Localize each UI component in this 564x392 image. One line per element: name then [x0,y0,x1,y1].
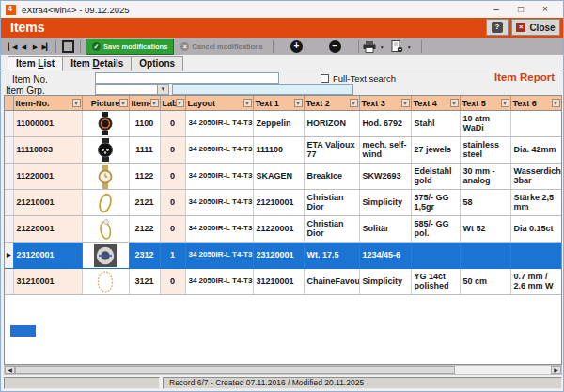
table-row[interactable]: 110000011100034 2050IR-L T4-T3ZeppelinHO… [5,111,561,137]
cell-item_no[interactable]: 11110003 [13,137,82,164]
cell-text5[interactable]: 10 atm WaDi [460,111,510,137]
filter-icon[interactable]: ▼ [294,99,303,107]
next-record-button[interactable]: ▶ [29,39,40,54]
cell-text6[interactable]: Wasserdicht 3bar [510,164,561,190]
cell-layout[interactable]: 34 2050IR-L T4-T3 [185,243,253,269]
item-grp-select[interactable]: ▼ [95,84,169,95]
filter-icon[interactable]: ▼ [119,99,128,107]
cell-text6[interactable]: Dia. 42mm [510,137,561,164]
cell-item_c[interactable]: 1122 [129,164,160,190]
cell-text2[interactable]: Christian Dior [304,190,359,216]
row-marker[interactable] [5,164,13,190]
cell-text5[interactable]: stainless steel [460,137,510,164]
table-row[interactable]: 212100012121034 2050IR-L T4-T321210001Ch… [5,190,561,216]
cell-text3[interactable]: Solitär [359,216,411,243]
cell-text3[interactable]: Hod. 6792 [359,111,411,137]
filter-icon[interactable]: ▼ [450,99,459,107]
item-picture[interactable] [82,164,129,190]
column-header-text3[interactable]: Text 3▼ [359,96,411,111]
cell-label[interactable]: 1 [160,243,185,269]
column-header-text2[interactable]: Text 2▼ [304,96,359,111]
table-row-selected[interactable]: ▶231200012312134 2050IR-L T4-T323120001W… [5,243,561,269]
row-marker[interactable] [5,216,13,243]
window-close-icon[interactable]: × [533,2,557,17]
cell-text4[interactable]: Edelstahl gold [411,164,460,190]
cell-text1[interactable]: 23120001 [253,243,304,269]
cell-text1[interactable]: 111100 [253,137,304,164]
cell-text4[interactable] [411,243,460,269]
cell-text5[interactable]: 30 mm - analog [460,164,510,190]
cell-text3[interactable]: SKW2693 [359,164,411,190]
cell-text2[interactable]: BreakIce [304,164,359,190]
item-no-input[interactable] [95,72,279,84]
cell-text5[interactable] [460,243,510,269]
cell-text6[interactable]: 0.7 mm / 2.6 mm W [510,269,561,295]
previous-record-button[interactable]: ◀ [18,39,29,54]
cell-text4[interactable]: Stahl [411,111,460,137]
item-grp-value-input[interactable] [172,84,353,95]
item-picture[interactable] [82,216,129,243]
table-row[interactable]: 212200012122034 2050IR-L T4-T321220001Ch… [5,216,561,243]
cell-item_no[interactable]: 31210001 [13,269,82,295]
chevron-down-icon[interactable]: ▼ [157,85,168,94]
cell-layout[interactable]: 34 2050IR-L T4-T3 [185,269,253,295]
cell-layout[interactable]: 34 2050IR-L T4-T3 [185,111,253,137]
cell-text3[interactable]: Simplicity [359,269,411,295]
minimize-icon[interactable]: – [484,2,509,17]
table-row[interactable]: 312100013121034 2050IR-L T4-T331210001Ch… [5,269,561,295]
cell-text2[interactable]: ChaineFavour [304,269,359,295]
cell-layout[interactable]: 34 2050IR-L T4-T3 [185,190,253,216]
cancel-modifications-button[interactable]: × Cancel modifications [175,39,268,54]
column-header-label[interactable]: Label▼ [160,96,185,111]
filter-icon[interactable]: ▼ [72,99,81,107]
cell-text4[interactable]: 375/- GG 1,5gr [411,190,460,216]
cell-text6[interactable]: Stärke 2,5 mm [510,190,561,216]
first-record-button[interactable]: ▎◀ [7,39,18,54]
cell-item_c[interactable]: 3121 [129,269,160,295]
cell-text3[interactable]: Simplicity [359,190,411,216]
maximize-icon[interactable]: □ [509,2,533,17]
column-header-text5[interactable]: Text 5▼ [460,96,510,111]
cell-label[interactable]: 0 [160,164,185,190]
help-button[interactable]: ? [486,19,509,36]
filter-icon[interactable]: ▼ [350,99,358,107]
cell-item_c[interactable]: 2312 [129,243,160,269]
table-row[interactable]: 112200011122034 2050IR-L T4-T3SKAGENBrea… [5,164,561,190]
cell-item_c[interactable]: 1111 [129,137,160,164]
cell-text4[interactable]: 585/- GG pol. [411,216,460,243]
cell-text5[interactable]: 50 cm [460,269,510,295]
cell-text5[interactable]: 58 [460,190,510,216]
cell-item_no[interactable]: 11000001 [13,111,82,137]
cell-item_c[interactable]: 2122 [129,216,160,243]
save-modifications-button[interactable]: ✓ Save modifications [86,39,174,55]
tab-item-list[interactable]: Item List [8,56,63,71]
tab-item-details[interactable]: Item Details [62,56,132,71]
cell-label[interactable]: 0 [160,137,185,164]
scroll-right-icon[interactable]: ▶ [551,366,561,374]
column-header-picture[interactable]: Picture▼ [82,96,129,111]
item-picture[interactable] [82,243,129,269]
close-button[interactable]: × Close [511,19,560,36]
filter-icon[interactable]: ▼ [176,99,184,107]
column-header-layout[interactable]: Layout▼ [185,96,253,111]
last-record-button[interactable]: ▶▎ [40,39,52,54]
tab-options[interactable]: Options [131,56,183,71]
cell-text2[interactable]: Wt. 17.5 [304,243,359,269]
grid-view-button[interactable] [62,40,74,53]
column-header-text4[interactable]: Text 4▼ [411,96,460,111]
report-dropdown-icon[interactable]: ▼ [407,44,412,50]
filter-icon[interactable]: ▼ [401,99,410,107]
cell-item_no[interactable]: 21220001 [13,216,82,243]
cell-label[interactable]: 0 [160,216,185,243]
column-header-text6[interactable]: Text 6▼ [510,96,561,111]
scroll-left-icon[interactable]: ◀ [5,366,15,374]
row-marker[interactable] [5,111,13,137]
cell-text5[interactable]: Wt 52 [460,216,510,243]
cell-text1[interactable]: 21210001 [253,190,304,216]
cell-text4[interactable]: YG 14ct polished [411,269,460,295]
add-record-button[interactable]: + [290,40,303,53]
cell-layout[interactable]: 34 2050IR-L T4-T3 [185,137,253,164]
cell-text2[interactable]: Christian Dior [304,216,359,243]
filter-icon[interactable]: ▼ [243,99,252,107]
cell-text6[interactable] [510,243,561,269]
